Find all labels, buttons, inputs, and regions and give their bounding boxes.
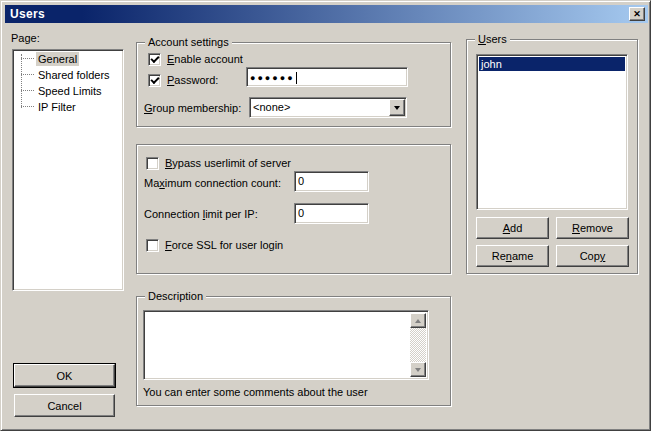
dropdown-arrow-icon bbox=[394, 106, 400, 110]
scroll-up-button[interactable] bbox=[410, 313, 426, 328]
page-tree[interactable]: General Shared folders Speed Limits IP F… bbox=[12, 49, 124, 291]
tree-item-speed-limits[interactable]: Speed Limits bbox=[13, 83, 123, 99]
group-membership-value: <none> bbox=[253, 100, 290, 115]
password-input[interactable]: ●●●●●● bbox=[246, 67, 408, 87]
rename-user-button[interactable]: Rename bbox=[476, 245, 549, 267]
tree-item-label: Shared folders bbox=[36, 68, 112, 82]
force-ssl-checkbox[interactable] bbox=[146, 239, 159, 252]
tree-item-general[interactable]: General bbox=[13, 51, 123, 67]
connection-limit-per-ip-input[interactable]: 0 bbox=[294, 203, 369, 224]
add-user-button[interactable]: Add bbox=[476, 217, 549, 239]
password-checkbox[interactable] bbox=[148, 74, 161, 87]
scroll-down-arrow-icon bbox=[415, 368, 421, 372]
close-icon: ✕ bbox=[633, 10, 641, 19]
description-group-title: Description bbox=[145, 290, 206, 303]
page-label: Page: bbox=[11, 32, 40, 45]
force-ssl-label[interactable]: Force SSL for user login bbox=[165, 239, 283, 252]
tree-item-shared-folders[interactable]: Shared folders bbox=[13, 67, 123, 83]
tree-branch-icon bbox=[21, 106, 34, 107]
remove-user-button[interactable]: Remove bbox=[556, 217, 629, 239]
description-textarea[interactable] bbox=[143, 310, 429, 380]
titlebar[interactable]: Users ✕ bbox=[5, 5, 648, 23]
tree-item-ip-filter[interactable]: IP Filter bbox=[13, 99, 123, 115]
max-connection-count-label: Maximum connection count: bbox=[144, 177, 281, 190]
bypass-userlimit-checkbox[interactable] bbox=[146, 157, 159, 170]
tree-branch-icon bbox=[21, 90, 34, 91]
group-membership-select[interactable]: <none> bbox=[249, 97, 407, 118]
max-connection-count-input[interactable]: 0 bbox=[294, 171, 369, 192]
account-settings-group-title: Account settings bbox=[145, 36, 232, 49]
text-caret bbox=[296, 72, 297, 84]
tree-item-label: Speed Limits bbox=[36, 84, 104, 98]
scroll-down-button[interactable] bbox=[410, 362, 426, 377]
tree-branch-icon bbox=[21, 58, 34, 59]
description-text bbox=[147, 313, 408, 377]
users-dialog: Users ✕ Page: General Shared folders Spe… bbox=[0, 0, 651, 431]
users-group-title: Users bbox=[475, 33, 510, 46]
cancel-button[interactable]: Cancel bbox=[14, 394, 115, 417]
users-listbox[interactable]: john bbox=[476, 54, 628, 210]
user-list-item[interactable]: john bbox=[479, 57, 625, 71]
dropdown-arrow-button[interactable] bbox=[389, 99, 405, 116]
tree-item-label: General bbox=[36, 52, 79, 66]
bypass-userlimit-label[interactable]: Bypass userlimit of server bbox=[165, 157, 291, 170]
ok-button[interactable]: OK bbox=[14, 364, 115, 387]
scroll-up-arrow-icon bbox=[415, 319, 421, 323]
close-button[interactable]: ✕ bbox=[629, 7, 645, 21]
description-scrollbar[interactable] bbox=[410, 313, 426, 377]
group-membership-label: Group membership: bbox=[144, 102, 241, 115]
tree-branch-icon bbox=[21, 74, 34, 75]
window-title: Users bbox=[5, 7, 45, 21]
password-label[interactable]: Password: bbox=[167, 74, 218, 87]
description-hint: You can enter some comments about the us… bbox=[143, 386, 368, 399]
enable-account-label[interactable]: Enable account bbox=[167, 53, 243, 66]
connection-limit-per-ip-label: Connection limit per IP: bbox=[144, 208, 258, 221]
enable-account-checkbox[interactable] bbox=[148, 53, 161, 66]
copy-user-button[interactable]: Copy bbox=[556, 245, 629, 267]
tree-item-label: IP Filter bbox=[36, 100, 78, 114]
